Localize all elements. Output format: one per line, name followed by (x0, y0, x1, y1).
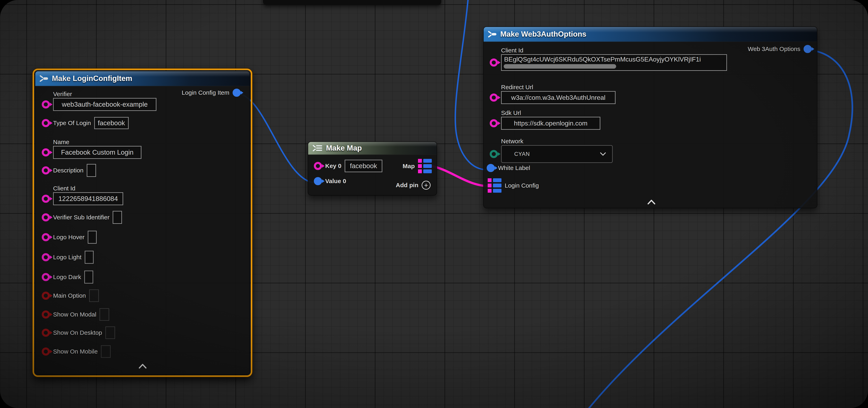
login-config-row: Login Config (488, 178, 539, 193)
output-pin-row: Web 3Auth Options (748, 45, 812, 53)
description-input[interactable] (87, 164, 96, 177)
redirect-url-label: Redirect Url (501, 83, 616, 91)
verifier-input[interactable]: web3auth-facebook-example (53, 98, 156, 111)
white-label-label: White Label (498, 164, 530, 172)
main-option-checkbox[interactable] (89, 290, 99, 302)
map-output-label: Map (403, 162, 415, 170)
verifier-sub-identifier-pin[interactable] (42, 213, 50, 222)
output-pin-row: Login Config Item (182, 89, 241, 97)
name-input[interactable]: Facebook Custom Login (53, 146, 142, 159)
wire-top-to-whitelabel (455, 0, 487, 170)
make-struct-icon (39, 74, 49, 82)
show-on-desktop-label: Show On Desktop (53, 329, 102, 337)
sdk-url-pin[interactable] (490, 119, 498, 127)
sdk-url-input[interactable]: https://sdk.openlogin.com (501, 117, 600, 130)
description-pin[interactable] (42, 166, 50, 174)
logo-light-pin[interactable] (42, 253, 50, 261)
node-title: Make LoginConfigItem (52, 74, 132, 83)
logo-dark-input[interactable] (84, 271, 93, 283)
key0-input[interactable]: facebook (345, 160, 382, 172)
logo-dark-label: Logo Dark (53, 273, 81, 281)
network-row: Network CYAN (490, 137, 613, 163)
white-label-pin[interactable] (487, 164, 495, 172)
key0-pin[interactable] (314, 162, 322, 170)
chevron-up-icon[interactable] (138, 363, 148, 369)
logo-dark-pin[interactable] (42, 273, 50, 281)
value0-pin[interactable] (314, 177, 322, 185)
logo-light-input[interactable] (85, 251, 94, 264)
show-on-modal-pin[interactable] (42, 310, 50, 318)
logo-dark-row: Logo Dark (42, 271, 93, 283)
main-option-row: Main Option (42, 290, 99, 302)
map-pin-icon[interactable] (418, 159, 432, 173)
sdk-url-row: Sdk Url https://sdk.openlogin.com (490, 109, 600, 130)
redirect-url-input[interactable]: w3a://com.w3a.Web3AuthUnreal (501, 91, 616, 104)
client-id-value: BEglQSgt4cUWcj6SKRdu5QkOXTsePmMcusG5EAoy… (504, 56, 701, 63)
logo-hover-row: Logo Hover (42, 231, 97, 244)
output-pin-label: Login Config Item (182, 89, 229, 97)
dropdown-chevron-icon (599, 152, 607, 156)
network-dropdown[interactable]: CYAN (501, 145, 613, 163)
add-pin-icon[interactable]: + (422, 181, 431, 190)
make-map-icon (312, 144, 323, 152)
value0-label: Value 0 (325, 177, 346, 185)
description-label: Description (53, 167, 84, 174)
node-header-make-map[interactable]: Make Map (308, 142, 437, 155)
map-output-row: Map (403, 159, 432, 173)
show-on-modal-row: Show On Modal (42, 308, 109, 321)
client-id-pin[interactable] (42, 195, 50, 203)
logo-light-label: Logo Light (53, 253, 82, 261)
type-of-login-input[interactable]: facebook (94, 117, 129, 129)
node-header-make-web3authoptions[interactable]: Make Web3AuthOptions (484, 27, 817, 42)
verifier-sub-identifier-input[interactable] (113, 211, 122, 224)
node-make-web3authoptions[interactable]: Make Web3AuthOptions Web 3Auth Options C… (483, 27, 817, 208)
sdk-url-label: Sdk Url (501, 109, 600, 117)
logo-hover-input[interactable] (88, 231, 97, 244)
verifier-sub-identifier-row: Verifier Sub Identifier (42, 211, 122, 224)
client-id-label: Client Id (53, 184, 123, 192)
show-on-desktop-pin[interactable] (42, 329, 50, 337)
white-label-row: White Label (487, 164, 530, 172)
logo-light-row: Logo Light (42, 251, 94, 264)
logo-hover-pin[interactable] (42, 233, 50, 241)
client-id-row: Client Id BEglQSgt4cUWcj6SKRdu5QkOXTsePm… (490, 46, 727, 71)
key0-row: Key 0 facebook (314, 160, 382, 172)
name-pin[interactable] (42, 148, 50, 157)
show-on-modal-checkbox[interactable] (99, 308, 109, 321)
main-option-label: Main Option (53, 292, 86, 300)
show-on-mobile-pin[interactable] (42, 347, 50, 355)
client-id-input[interactable]: BEglQSgt4cUWcj6SKRdu5QkOXTsePmMcusG5EAoy… (501, 54, 727, 71)
web3auth-options-output-label: Web 3Auth Options (748, 45, 800, 53)
type-of-login-row: Type Of Login facebook (42, 117, 129, 129)
show-on-desktop-checkbox[interactable] (105, 327, 115, 339)
blueprint-graph-canvas[interactable]: Make LoginConfigItem Login Config Item V… (0, 0, 868, 408)
horizontal-scrollbar[interactable] (504, 64, 616, 69)
login-config-label: Login Config (505, 182, 539, 190)
client-id-input[interactable]: 1222658941886084 (53, 192, 123, 205)
redirect-url-pin[interactable] (490, 94, 498, 102)
description-row: Description (42, 164, 96, 177)
add-pin-label[interactable]: Add pin (396, 181, 418, 189)
client-id-label: Client Id (501, 46, 727, 54)
network-label: Network (501, 137, 613, 145)
node-title: Make Map (326, 144, 362, 152)
client-id-pin[interactable] (490, 59, 498, 67)
network-pin[interactable] (490, 150, 498, 158)
web3auth-options-output-pin[interactable] (804, 45, 812, 53)
login-config-map-pin-icon[interactable] (488, 178, 501, 193)
verifier-pin[interactable] (42, 100, 50, 108)
logo-hover-label: Logo Hover (53, 233, 85, 241)
type-of-login-pin[interactable] (42, 119, 50, 127)
main-option-pin[interactable] (42, 292, 50, 300)
login-config-item-output-pin[interactable] (232, 89, 241, 97)
chevron-up-icon[interactable] (647, 199, 656, 205)
node-header-make-loginconfigitem[interactable]: Make LoginConfigItem (35, 71, 250, 86)
node-make-loginconfigitem[interactable]: Make LoginConfigItem Login Config Item V… (35, 71, 250, 375)
key0-label: Key 0 (325, 162, 341, 170)
show-on-mobile-row: Show On Mobile (42, 345, 111, 358)
client-id-row: Client Id 1222658941886084 (42, 184, 123, 205)
node-make-map[interactable]: Make Map Key 0 facebook Map Value 0 Add … (308, 141, 437, 196)
show-on-mobile-checkbox[interactable] (101, 345, 111, 358)
make-struct-icon (488, 30, 497, 38)
add-pin-row[interactable]: Add pin + (396, 181, 431, 190)
